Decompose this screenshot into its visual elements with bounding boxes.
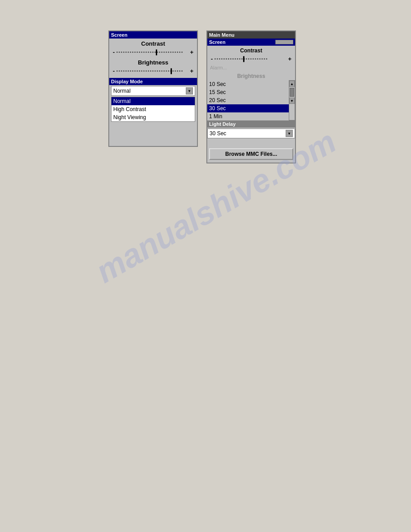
left-panel: Screen Contrast - — [108, 30, 198, 147]
tick — [261, 58, 263, 60]
right-contrast-minus[interactable]: - — [211, 56, 213, 62]
tick — [121, 70, 122, 72]
tick — [134, 70, 136, 72]
tick — [125, 70, 127, 72]
display-mode-dropdown[interactable]: Normal ▼ — [111, 86, 195, 96]
tick — [223, 58, 225, 60]
tick — [250, 58, 252, 60]
tick — [146, 51, 147, 53]
tick — [119, 51, 120, 53]
display-mode-bar: Display Mode — [109, 78, 197, 85]
contrast-slider-row: - — [109, 48, 197, 57]
tick — [143, 51, 145, 53]
scroll-thumb[interactable] — [290, 88, 294, 97]
right-contrast-label: Contrast — [207, 46, 295, 55]
tick — [141, 51, 142, 53]
light-delay-label: Light Delay — [209, 121, 235, 127]
brightness-plus[interactable]: + — [190, 68, 193, 74]
tick — [219, 58, 220, 60]
time-option-1min[interactable]: 1 Min — [207, 112, 289, 120]
scroll-down-button[interactable]: ▼ — [289, 98, 295, 104]
dropdown-item-night-viewing[interactable]: Night Viewing — [111, 113, 195, 121]
right-contrast-plus[interactable]: + — [288, 56, 291, 62]
light-delay-arrow-icon[interactable]: ▼ — [286, 130, 293, 137]
tick — [168, 51, 169, 53]
right-contrast-track[interactable] — [214, 56, 287, 62]
time-option-10sec[interactable]: 10 Sec — [207, 80, 289, 88]
tick — [154, 70, 156, 72]
brightness-slider-track[interactable] — [116, 68, 188, 74]
tick — [264, 58, 265, 60]
tick — [217, 58, 218, 60]
tick — [257, 58, 258, 60]
tick — [121, 51, 122, 53]
time-list: 10 Sec 15 Sec 20 Sec 30 Sec 1 Min — [207, 80, 289, 120]
tick — [130, 51, 131, 53]
tick — [134, 51, 136, 53]
left-panel-title: Screen — [109, 31, 197, 39]
tick — [123, 51, 124, 53]
time-option-30sec[interactable]: 30 Sec — [207, 104, 289, 112]
time-list-scrollbar[interactable]: ▲ ▼ — [289, 80, 295, 120]
display-mode-list: Normal High Contrast Night Viewing — [111, 97, 195, 122]
tick — [226, 58, 227, 60]
tick — [214, 58, 216, 60]
right-contrast-handle[interactable] — [243, 56, 244, 62]
tick — [152, 70, 154, 72]
tick — [125, 51, 127, 53]
brightness-label: Brightness — [109, 57, 197, 67]
tick — [143, 70, 145, 72]
dropdown-item-high-contrast[interactable]: High Contrast — [111, 105, 195, 113]
tick — [132, 51, 133, 53]
right-screen-label: Screen — [209, 39, 274, 45]
right-panel: Main Menu Screen Contrast - — [206, 30, 296, 163]
brightness-slider-row: - — [109, 67, 197, 76]
time-option-15sec[interactable]: 15 Sec — [207, 88, 289, 96]
tick — [123, 70, 124, 72]
tick — [141, 70, 142, 72]
tick — [232, 58, 234, 60]
display-mode-value: Normal — [113, 88, 186, 94]
tick — [235, 58, 236, 60]
tick — [170, 51, 171, 53]
tick — [132, 70, 133, 72]
alarm-item[interactable]: Alarm... — [207, 64, 295, 71]
dropdown-item-normal[interactable]: Normal — [111, 97, 195, 105]
brightness-minus[interactable]: - — [113, 68, 115, 74]
tick — [181, 51, 183, 53]
contrast-dots — [116, 51, 188, 53]
right-brightness-label: Brightness — [207, 71, 295, 80]
time-option-20sec[interactable]: 20 Sec — [207, 96, 289, 104]
tick — [181, 70, 183, 72]
tick — [228, 58, 229, 60]
tick — [241, 58, 243, 60]
contrast-minus[interactable]: - — [113, 49, 115, 56]
tick — [148, 51, 149, 53]
tick — [161, 51, 163, 53]
brightness-handle[interactable] — [171, 68, 172, 74]
tick — [159, 70, 160, 72]
tick — [175, 70, 176, 72]
left-title-text: Screen — [111, 32, 128, 38]
tick — [137, 70, 138, 72]
display-mode-label: Display Mode — [111, 79, 143, 84]
tick — [139, 70, 140, 72]
contrast-plus[interactable]: + — [190, 49, 193, 56]
tick — [177, 70, 178, 72]
tick — [175, 51, 176, 53]
contrast-label: Contrast — [109, 39, 197, 48]
tick — [179, 51, 180, 53]
tick — [130, 70, 131, 72]
tick — [259, 58, 261, 60]
light-delay-dropdown[interactable]: 30 Sec ▼ — [207, 129, 295, 138]
tick — [166, 51, 167, 53]
right-contrast-slider: - — [207, 55, 295, 64]
browse-mmc-button[interactable]: Browse MMC Files... — [209, 148, 293, 160]
tick — [150, 51, 151, 53]
dropdown-arrow-icon[interactable]: ▼ — [186, 87, 193, 94]
contrast-handle[interactable] — [156, 49, 157, 55]
scroll-up-button[interactable]: ▲ — [289, 81, 295, 87]
contrast-slider-track[interactable] — [116, 49, 188, 56]
tick — [137, 51, 138, 53]
tick — [150, 70, 151, 72]
